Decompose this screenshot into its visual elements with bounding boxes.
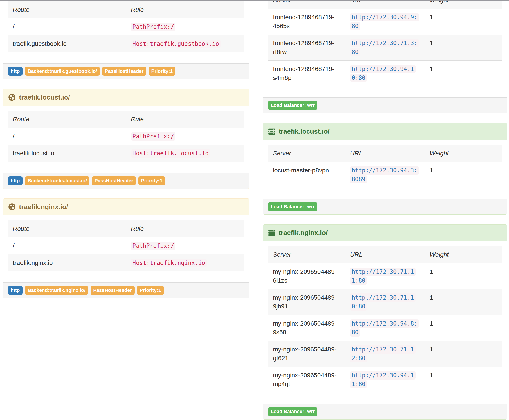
server-cell: frontend-1289468719-rf8rw [268, 35, 345, 61]
rule-cell: PathPrefix:/ [126, 18, 244, 35]
rule-code: Host:traefik.guestbook.io [131, 40, 221, 48]
rule-cell: PathPrefix:/ [126, 128, 244, 145]
server-cell: my-nginx-2096504489-mp4gt [268, 367, 345, 393]
weight-cell: 1 [425, 315, 502, 341]
rule-code: PathPrefix:/ [131, 242, 176, 250]
frontend-panel-guestbook: Route Rule / PathPrefix:/ traefik.guestb… [3, 0, 249, 79]
server-url-code: http://172.30.94.9:80 [350, 13, 419, 30]
priority-badge: Priority:1 [149, 67, 175, 76]
rule-cell: Host:traefik.guestbook.io [126, 35, 244, 52]
entrypoint-badge: http [8, 176, 22, 185]
server-row: frontend-1289468719-s4m6p http://172.30.… [268, 61, 502, 87]
priority-badge: Priority:1 [137, 286, 164, 295]
url-cell: http://172.30.94.9:80 [345, 9, 425, 35]
rule-cell: Host:traefik.nginx.io [126, 255, 244, 271]
server-url-code: http://172.30.94.10:80 [350, 65, 416, 82]
rule-code: PathPrefix:/ [131, 132, 176, 141]
frontend-panel-title: traefik.nginx.io/ [19, 202, 68, 211]
globe-icon [8, 203, 16, 211]
backend-panel-footer: Load Balancer: wrr [263, 97, 507, 113]
weight-cell: 1 [425, 61, 502, 87]
routes-table: Route Rule / PathPrefix:/ traefik.locust… [8, 111, 244, 162]
weight-cell: 1 [425, 289, 502, 315]
globe-icon [8, 93, 16, 101]
route-row: / PathPrefix:/ [8, 237, 244, 255]
rule-code: Host:traefik.locust.io [131, 149, 210, 158]
route-cell: traefik.locust.io [8, 145, 126, 162]
server-row: my-nginx-2096504489-gt621 http://172.30.… [268, 341, 502, 367]
route-cell: / [8, 18, 126, 35]
weight-cell: 1 [425, 35, 502, 61]
passhostheader-badge: PassHostHeader [102, 67, 146, 76]
column-header-rule: Rule [126, 111, 244, 128]
column-header-weight: Weight [425, 0, 502, 9]
weight-cell: 1 [425, 367, 502, 393]
frontend-panel-body: Route Rule / PathPrefix:/ traefik.nginx.… [3, 215, 249, 282]
url-cell: http://172.30.71.10:80 [345, 289, 425, 315]
column-header-weight: Weight [425, 145, 502, 162]
column-header-route: Route [8, 1, 126, 18]
load-balancer-badge: Load Balancer: wrr [268, 202, 317, 211]
frontend-panel-heading: traefik.locust.io/ [3, 89, 249, 106]
url-cell: http://172.30.94.3:8089 [345, 162, 425, 188]
route-cell: / [8, 237, 126, 255]
url-cell: http://172.30.94.11:80 [345, 367, 425, 393]
server-cell: my-nginx-2096504489-9jh91 [268, 289, 345, 315]
column-header-server: Server [268, 0, 345, 9]
server-row: my-nginx-2096504489-6l1zs http://172.30.… [268, 263, 502, 289]
column-header-url: URL [345, 145, 425, 162]
server-row: frontend-1289468719-rf8rw http://172.30.… [268, 35, 502, 61]
backend-panel-title: traefik.locust.io/ [279, 127, 329, 136]
server-cell: my-nginx-2096504489-gt621 [268, 341, 345, 367]
column-header-server: Server [268, 246, 345, 263]
routes-table: Route Rule / PathPrefix:/ traefik.nginx.… [8, 220, 244, 271]
column-header-route: Route [8, 111, 126, 128]
frontend-panel-nginx: traefik.nginx.io/ Route Rule / PathPrefi… [3, 198, 249, 298]
weight-cell: 1 [425, 341, 502, 367]
frontend-panel-heading: traefik.nginx.io/ [3, 199, 249, 215]
server-cell: frontend-1289468719-4565s [268, 9, 345, 35]
route-row: traefik.guestbook.io Host:traefik.guestb… [8, 35, 244, 52]
traefik-dashboard-page: Route Rule / PathPrefix:/ traefik.guestb… [0, 1, 509, 420]
backend-panel-nginx: traefik.nginx.io/ Server URL Weight my-n… [263, 224, 507, 420]
servers-table: Server URL Weight locust-master-p8vpn ht… [268, 145, 502, 188]
server-url-code: http://172.30.71.3:80 [350, 39, 419, 56]
backend-panel-heading: traefik.nginx.io/ [263, 225, 507, 241]
server-url-code: http://172.30.94.8:80 [350, 319, 419, 337]
backend-panel-title: traefik.nginx.io/ [279, 228, 328, 237]
entrypoint-badge: http [8, 286, 22, 295]
route-row: / PathPrefix:/ [8, 128, 244, 145]
server-row: my-nginx-2096504489-9s58t http://172.30.… [268, 315, 502, 341]
server-cell: locust-master-p8vpn [268, 162, 345, 188]
routes-table: Route Rule / PathPrefix:/ traefik.guestb… [8, 1, 244, 52]
backend-panel-body: Server URL Weight frontend-1289468719-45… [263, 0, 507, 97]
server-cell: my-nginx-2096504489-9s58t [268, 315, 345, 341]
column-header-weight: Weight [425, 246, 502, 263]
server-row: my-nginx-2096504489-mp4gt http://172.30.… [268, 367, 502, 393]
column-header-server: Server [268, 145, 345, 162]
frontend-panel-body: Route Rule / PathPrefix:/ traefik.guestb… [3, 0, 249, 63]
url-cell: http://172.30.94.10:80 [345, 61, 425, 87]
rule-code: Host:traefik.nginx.io [131, 259, 207, 267]
load-balancer-badge: Load Balancer: wrr [268, 407, 317, 416]
rule-cell: PathPrefix:/ [126, 237, 244, 255]
backend-panel-footer: Load Balancer: wrr [263, 404, 507, 419]
url-cell: http://172.30.94.8:80 [345, 315, 425, 341]
backends-column: Server URL Weight frontend-1289468719-45… [263, 1, 507, 420]
route-row: traefik.nginx.io Host:traefik.nginx.io [8, 255, 244, 271]
backend-badge: Backend:traefik.nginx.io/ [25, 286, 88, 295]
passhostheader-badge: PassHostHeader [92, 176, 136, 185]
server-cell: my-nginx-2096504489-6l1zs [268, 263, 345, 289]
column-header-rule: Rule [126, 1, 244, 18]
backend-panel-heading: traefik.locust.io/ [263, 123, 507, 140]
frontend-panel-body: Route Rule / PathPrefix:/ traefik.locust… [3, 106, 249, 173]
server-cell: frontend-1289468719-s4m6p [268, 61, 345, 87]
url-cell: http://172.30.71.11:80 [345, 263, 425, 289]
server-url-code: http://172.30.71.11:80 [350, 268, 416, 285]
server-url-code: http://172.30.94.3:8089 [350, 166, 419, 183]
server-icon [268, 229, 276, 237]
backend-panel-locust: traefik.locust.io/ Server URL Weight loc… [263, 123, 507, 215]
column-header-route: Route [8, 220, 126, 237]
servers-table: Server URL Weight frontend-1289468719-45… [268, 0, 502, 86]
priority-badge: Priority:1 [138, 176, 165, 185]
